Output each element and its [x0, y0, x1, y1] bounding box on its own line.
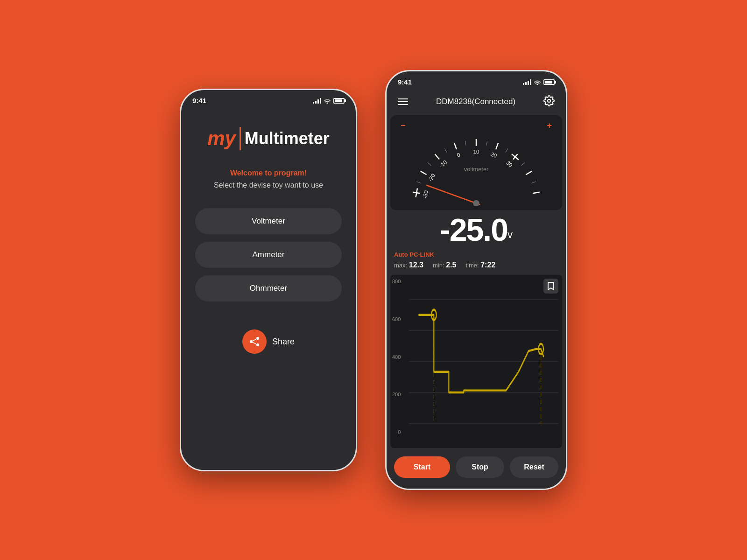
- y-label-0: 0: [398, 429, 401, 435]
- svg-line-17: [428, 162, 431, 165]
- start-button[interactable]: Start: [394, 456, 450, 478]
- signal-icon-right: [523, 79, 531, 85]
- left-phone: 9:41 my Multimeter Welcome to program! S…: [180, 89, 357, 471]
- wifi-icon-right: [534, 79, 541, 85]
- settings-button[interactable]: [542, 93, 557, 110]
- svg-text:-10: -10: [438, 159, 448, 168]
- subtitle-text: Select the devise toy want to use: [214, 181, 323, 189]
- svg-line-31: [416, 188, 417, 197]
- ammeter-button[interactable]: Ammeter: [195, 242, 342, 268]
- app-header: DDM8238(Connected): [387, 90, 566, 115]
- chart-svg: [409, 279, 558, 444]
- svg-line-19: [465, 141, 466, 146]
- bottom-buttons: Start Stop Reset: [387, 452, 566, 485]
- stat-max: max: 12.3: [394, 261, 423, 269]
- gear-icon: [543, 95, 555, 106]
- reset-button[interactable]: Reset: [510, 456, 558, 478]
- svg-line-3: [251, 338, 258, 342]
- bookmark-icon: [547, 282, 555, 290]
- right-phone-content: DDM8238(Connected) − +: [387, 90, 566, 485]
- app-logo: my Multimeter: [207, 127, 330, 150]
- svg-text:20: 20: [490, 151, 498, 159]
- logo-divider: [240, 127, 241, 150]
- status-icons-left: [313, 98, 345, 104]
- y-label-800: 800: [392, 279, 401, 284]
- hamburger-icon: [398, 98, 408, 105]
- right-phone: 9:41 DDM8238(Connected): [385, 70, 567, 490]
- voltmeter-button[interactable]: Voltmeter: [195, 208, 342, 234]
- status-bar-right: 9:41: [387, 71, 566, 90]
- svg-line-16: [417, 182, 421, 183]
- y-axis-labels: 800 600 400 200 0: [392, 279, 401, 435]
- svg-line-15: [533, 192, 540, 194]
- svg-line-18: [444, 148, 447, 153]
- time-right: 9:41: [398, 78, 412, 86]
- menu-button[interactable]: [396, 97, 410, 107]
- left-content: my Multimeter Welcome to program! Select…: [181, 108, 356, 368]
- y-label-400: 400: [392, 354, 401, 360]
- logo-my: my: [207, 127, 236, 150]
- stop-button[interactable]: Stop: [456, 456, 504, 478]
- share-icon: [248, 335, 261, 348]
- svg-line-8: [421, 171, 427, 175]
- y-label-200: 200: [392, 392, 401, 397]
- svg-text:0: 0: [456, 151, 461, 158]
- reading-unit: v: [507, 229, 513, 240]
- share-section[interactable]: Share: [242, 329, 295, 354]
- svg-text:-20: -20: [427, 172, 436, 182]
- svg-line-21: [506, 148, 508, 153]
- svg-point-5: [548, 99, 550, 102]
- wifi-icon: [324, 98, 331, 104]
- svg-point-34: [473, 200, 479, 206]
- auto-pc-link: Auto PC-LINK max: 12.3 min: 2.5 time: 7:…: [387, 247, 566, 271]
- svg-text:voltmeter: voltmeter: [464, 166, 489, 173]
- svg-text:-30: -30: [422, 189, 429, 198]
- gauge-container: − +: [390, 115, 562, 210]
- y-label-600: 600: [392, 316, 401, 322]
- svg-line-23: [531, 182, 536, 183]
- svg-line-9: [435, 154, 439, 159]
- device-buttons: Voltmeter Ammeter Ohmmeter: [195, 208, 342, 301]
- share-label: Share: [272, 337, 295, 347]
- reading-value: -25.0: [440, 212, 507, 247]
- gauge-svg-wrapper: -30 -20 -10 0 10 20 30: [396, 127, 557, 206]
- signal-icon: [313, 98, 321, 104]
- ohmmeter-button[interactable]: Ohmmeter: [195, 275, 342, 301]
- svg-line-10: [454, 143, 457, 149]
- svg-line-14: [526, 171, 532, 175]
- svg-text:30: 30: [505, 160, 514, 168]
- stats-row: max: 12.3 min: 2.5 time: 7:22: [394, 261, 558, 269]
- battery-icon-right: [543, 79, 555, 85]
- stat-time: time: 7:22: [465, 261, 495, 269]
- chart-container: 800 600 400 200 0: [390, 275, 562, 448]
- bookmark-button[interactable]: [543, 279, 558, 294]
- status-icons-right: [523, 79, 555, 85]
- logo-multimeter: Multimeter: [245, 129, 330, 148]
- battery-icon: [333, 98, 345, 104]
- share-icon-circle: [242, 329, 267, 354]
- time-left: 9:41: [192, 97, 206, 105]
- gauge-dial: -30 -20 -10 0 10 20 30: [396, 127, 557, 206]
- auto-pc-label: Auto PC-LINK: [394, 251, 558, 258]
- svg-line-4: [251, 342, 258, 345]
- svg-line-12: [496, 143, 498, 149]
- svg-line-22: [521, 162, 525, 165]
- svg-line-33: [427, 185, 480, 204]
- header-title: DDM8238(Connected): [436, 97, 515, 106]
- status-bar-left: 9:41: [181, 90, 356, 108]
- reading-container: -25.0v: [387, 210, 566, 247]
- svg-line-20: [486, 141, 487, 146]
- svg-text:10: 10: [473, 148, 479, 154]
- welcome-line1: Welcome to program!: [230, 169, 307, 177]
- stat-min: min: 2.5: [433, 261, 456, 269]
